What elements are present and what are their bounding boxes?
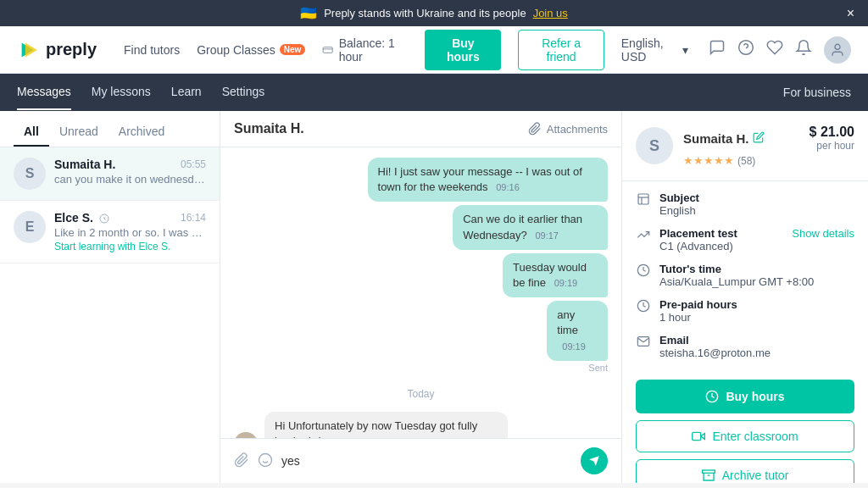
join-us-link[interactable]: Join us (533, 7, 568, 19)
message-bubble: Hi Unfortunately by now Tuesday got full… (264, 412, 508, 438)
email-icon (636, 335, 651, 352)
tutor-edit-icon[interactable] (753, 131, 765, 146)
sent-label: Sent (234, 363, 608, 373)
tutors-time-value: Asia/Kuala_Lumpur GMT +8:00 (659, 275, 814, 288)
subnav-messages[interactable]: Messages (17, 75, 71, 110)
placement-value: C1 (Advanced) (659, 240, 854, 252)
attachments-label: Attachments (547, 123, 608, 136)
message-row: Tuesday would be fine 09:19 (446, 253, 608, 297)
send-button[interactable] (581, 447, 608, 474)
message-bubble: Can we do it earlier than Wednesday? 09:… (453, 205, 608, 249)
header: preply Find tutors Group Classes New Bal… (0, 26, 868, 74)
enter-classroom-button[interactable]: Enter classroom (636, 420, 854, 452)
email-row: Email steisha.16@proton.me (636, 334, 854, 359)
send-icon (588, 455, 600, 467)
balance-label: Balance: 1 hour (339, 36, 409, 64)
enter-classroom-label: Enter classroom (712, 430, 798, 443)
group-classes-link[interactable]: Group Classes New (197, 43, 305, 57)
conv-avatar-sumaita: S (14, 158, 46, 190)
conversation-item-sumaita[interactable]: S Sumaita H. 05:55 can you make it on we… (0, 147, 220, 201)
refer-friend-button[interactable]: Refer a friend (518, 30, 604, 70)
user-avatar[interactable] (824, 36, 851, 64)
placement-icon (636, 228, 651, 245)
attachments-button[interactable]: Attachments (528, 122, 608, 136)
balance-display: Balance: 1 hour (322, 36, 408, 64)
banner-text: Preply stands with Ukraine and its peopl… (324, 7, 526, 19)
svg-rect-10 (638, 194, 648, 204)
logo[interactable]: preply (17, 38, 97, 62)
right-panel: S Sumaita H. $ 21.00 per hour ★★★★★ (622, 111, 868, 483)
prepaid-icon (636, 299, 651, 316)
banner-close-button[interactable]: × (847, 6, 854, 21)
show-details-link[interactable]: Show details (792, 227, 854, 240)
subnav-for-business[interactable]: For business (783, 86, 851, 99)
subnav-settings[interactable]: Settings (222, 75, 265, 110)
subject-row: Subject English (636, 191, 854, 217)
tutor-per-hour: per hour (810, 140, 854, 152)
archive-icon (702, 469, 715, 482)
tutors-time-row: Tutor's time Asia/Kuala_Lumpur GMT +8:00 (636, 263, 854, 288)
svg-rect-2 (323, 47, 332, 53)
email-label: Email (659, 334, 771, 347)
language-selector[interactable]: English, USD ▾ (621, 36, 688, 64)
tutor-price: $ 21.00 (810, 125, 854, 140)
conversation-item-elce[interactable]: E Elce S. 16:14 Like in 2 month or so. I… (0, 201, 220, 263)
subnav-my-lessons[interactable]: My lessons (92, 75, 151, 110)
subnav-learn[interactable]: Learn (171, 75, 202, 110)
video-icon (692, 430, 705, 443)
subject-value: English (659, 204, 699, 217)
svg-rect-15 (693, 432, 701, 440)
conversation-list: S Sumaita H. 05:55 can you make it on we… (0, 147, 220, 483)
nav-links: Find tutors Group Classes New Balance: 1… (124, 30, 688, 70)
tutor-details: Subject English Placement test Show deta… (622, 181, 868, 369)
paperclip-icon[interactable] (234, 452, 249, 470)
svg-point-7 (259, 453, 272, 466)
message-bubble: Hi! I just saw your message -- I was out… (368, 158, 608, 202)
group-classes-label: Group Classes (197, 43, 275, 57)
buy-hours-button[interactable]: Buy hours (425, 30, 501, 70)
find-tutors-link[interactable]: Find tutors (124, 43, 180, 57)
tutor-name: Sumaita H. (683, 131, 749, 146)
emoji-icon[interactable] (258, 452, 273, 470)
subject-icon (636, 192, 651, 209)
message-row: Can we do it earlier than Wednesday? 09:… (370, 205, 608, 249)
conv-avatar-elce: E (14, 211, 46, 243)
language-arrow: ▾ (682, 43, 688, 57)
chat-icon[interactable] (709, 39, 726, 60)
sidebar-tabs: All Unread Archived (0, 111, 220, 147)
conv-name-elce: Elce S. (54, 211, 109, 225)
prepaid-value: 1 hour (659, 311, 737, 324)
chat-input[interactable] (281, 454, 572, 468)
conv-time-elce: 16:14 (181, 212, 206, 224)
tutor-actions: Buy hours Enter classroom Archive tutor (622, 369, 868, 483)
logo-icon (17, 38, 41, 62)
clock-icon (636, 263, 651, 280)
archive-tutor-button[interactable]: Archive tutor (636, 459, 854, 483)
subject-label: Subject (659, 191, 699, 204)
sidebar: All Unread Archived S Sumaita H. 05:55 c… (0, 111, 220, 483)
chat-messages: Hi! I just saw your message -- I was out… (220, 147, 621, 438)
conv-preview-elce: Like in 2 month or so. I was hopi... (54, 226, 206, 239)
tutor-avatar: S (636, 127, 673, 164)
message-row: S Hi Unfortunately by now Tuesday got fu… (234, 412, 608, 438)
clock-icon (705, 390, 719, 403)
help-icon[interactable] (737, 39, 754, 60)
tutor-stars: ★★★★★ (683, 154, 734, 167)
heart-icon[interactable] (766, 39, 783, 60)
archive-tutor-label: Archive tutor (722, 469, 789, 482)
message-row: Hi! I just saw your message -- I was out… (238, 158, 608, 202)
svg-point-3 (739, 41, 754, 55)
tab-unread[interactable]: Unread (49, 118, 108, 147)
buy-hours-action-button[interactable]: Buy hours (636, 380, 854, 413)
bell-icon[interactable] (795, 39, 812, 60)
conv-learn-link-elce[interactable]: Start learning with Elce S. (54, 241, 206, 252)
placement-row: Placement test Show details C1 (Advanced… (636, 227, 854, 252)
date-divider: Today (234, 388, 608, 400)
tab-archived[interactable]: Archived (108, 118, 175, 147)
main-layout: All Unread Archived S Sumaita H. 05:55 c… (0, 111, 868, 483)
message-row: any time 09:19 (515, 301, 608, 361)
conv-name-sumaita: Sumaita H. (54, 158, 115, 171)
banner: 🇺🇦 Preply stands with Ukraine and its pe… (0, 0, 868, 26)
tab-all[interactable]: All (14, 118, 49, 147)
chat-area: Sumaita H. Attachments Hi! I just saw yo… (220, 111, 622, 483)
